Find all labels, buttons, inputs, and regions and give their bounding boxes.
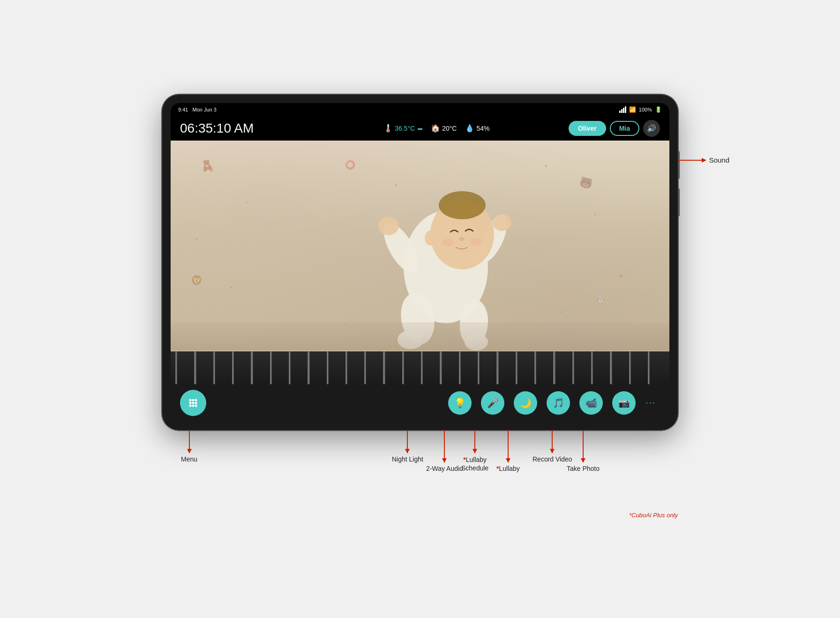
svg-point-20 xyxy=(195,402,197,404)
svg-point-8 xyxy=(493,214,511,231)
toolbar-icons: 💡 🎤 🌙 🎵 📹 xyxy=(448,391,636,415)
svg-point-12 xyxy=(442,239,453,246)
lullaby-annotation: *Lullaby xyxy=(496,430,520,472)
lullaby-label: Lullaby xyxy=(499,465,519,472)
sound-annotation: Sound xyxy=(678,156,729,165)
lullaby-schedule-annotation: *Lullaby Schedule xyxy=(461,430,488,472)
status-bar: 9:41 Mon Jun 3 📶 100% xyxy=(171,103,669,116)
video-feed: 🧸 🦁 🐻 🐰 ⭕ ⭕ xyxy=(171,141,669,384)
svg-point-14 xyxy=(425,231,436,246)
wifi-icon: 📶 xyxy=(629,106,636,113)
ipad-screen: 9:41 Mon Jun 3 📶 100% xyxy=(171,103,669,422)
two-way-audio-button[interactable]: 🎤 xyxy=(481,391,504,415)
lullaby-schedule-label2: Schedule xyxy=(461,464,488,472)
microphone-icon: 🎤 xyxy=(487,397,499,409)
svg-point-10 xyxy=(439,191,486,219)
crib-bars xyxy=(171,351,669,384)
cuboai-note: *CuboAi Plus only xyxy=(629,511,678,519)
lullaby-schedule-icon: 🌙 xyxy=(520,397,532,409)
room-temp-stat: 🏠 20°C xyxy=(431,124,457,133)
lullaby-schedule-button[interactable]: 🌙 xyxy=(514,391,537,415)
profile-group: Oliver Mia 🔊 xyxy=(569,120,660,137)
humidity-icon: 💧 xyxy=(465,124,474,133)
music-icon: 🎵 xyxy=(553,397,564,409)
video-icon: 📹 xyxy=(585,397,597,409)
lullaby-button[interactable]: 🎵 xyxy=(547,391,570,415)
toolbar: 💡 🎤 🌙 🎵 📹 xyxy=(171,384,669,422)
humidity-stat: 💧 54% xyxy=(465,124,489,133)
night-light-button[interactable]: 💡 xyxy=(448,391,472,415)
body-temp-icon: 🌡️ xyxy=(383,124,393,133)
svg-point-7 xyxy=(378,216,399,235)
svg-marker-25 xyxy=(702,158,706,163)
profile-mia-button[interactable]: Mia xyxy=(610,121,639,136)
clock-display: 06:35:10 AM xyxy=(180,121,305,136)
sound-icon: 🔊 xyxy=(647,124,656,133)
svg-marker-31 xyxy=(442,458,447,463)
two-way-audio-label: 2-Way Audio xyxy=(426,465,463,472)
room-temp-icon: 🏠 xyxy=(431,124,440,133)
camera-icon: 📷 xyxy=(618,397,630,409)
svg-point-23 xyxy=(195,404,197,407)
record-video-button[interactable]: 📹 xyxy=(579,391,603,415)
svg-point-15 xyxy=(189,399,192,401)
ipad-frame: 9:41 Mon Jun 3 📶 100% xyxy=(162,95,678,430)
svg-marker-27 xyxy=(187,449,192,454)
svg-marker-37 xyxy=(550,449,555,454)
battery-icon: 🔋 xyxy=(655,106,662,113)
header-bar: 06:35:10 AM 🌡️ 36.5°C ▬ 🏠 20°C 💧 xyxy=(171,116,669,141)
night-light-annotation: Night Light xyxy=(392,430,423,463)
profile-oliver-button[interactable]: Oliver xyxy=(569,121,606,136)
sound-button[interactable]: 🔊 xyxy=(643,120,660,137)
status-right: 📶 100% 🔋 xyxy=(619,106,662,113)
lullaby-schedule-label: Lullaby xyxy=(466,456,487,463)
menu-button[interactable] xyxy=(180,390,206,416)
svg-point-17 xyxy=(195,399,197,401)
svg-point-13 xyxy=(470,238,481,246)
body-temp-stat: 🌡️ 36.5°C ▬ xyxy=(383,124,422,133)
svg-marker-29 xyxy=(405,449,410,454)
take-photo-label: Take Photo xyxy=(567,465,600,472)
sound-annotation-label: Sound xyxy=(709,156,729,164)
take-photo-button[interactable]: 📷 xyxy=(612,391,636,415)
menu-annotation-label: Menu xyxy=(181,455,197,463)
svg-point-11 xyxy=(459,237,465,241)
record-video-label: Record Video xyxy=(532,455,572,463)
two-way-audio-annotation: 2-Way Audio xyxy=(426,430,463,472)
svg-point-22 xyxy=(192,404,195,407)
status-time: 9:41 Mon Jun 3 xyxy=(178,107,217,112)
record-video-annotation: Record Video xyxy=(532,430,572,463)
svg-point-21 xyxy=(189,404,192,407)
svg-marker-39 xyxy=(581,458,585,463)
crib-sheet: 🧸 🦁 🐻 🐰 ⭕ ⭕ xyxy=(171,141,669,384)
svg-marker-35 xyxy=(506,458,510,463)
stats-group: 🌡️ 36.5°C ▬ 🏠 20°C 💧 54% xyxy=(312,124,561,133)
bulb-icon: 💡 xyxy=(454,397,466,409)
svg-marker-33 xyxy=(472,449,477,454)
more-icon: ··· xyxy=(645,398,655,408)
menu-annotation: Menu xyxy=(181,430,197,463)
more-button[interactable]: ··· xyxy=(641,394,660,412)
night-light-label: Night Light xyxy=(392,455,423,463)
signal-icon xyxy=(619,106,626,113)
svg-point-19 xyxy=(192,402,195,404)
svg-point-18 xyxy=(189,402,192,404)
svg-point-16 xyxy=(192,399,195,401)
take-photo-annotation: Take Photo xyxy=(567,430,600,472)
battery-label: 100% xyxy=(639,107,652,112)
